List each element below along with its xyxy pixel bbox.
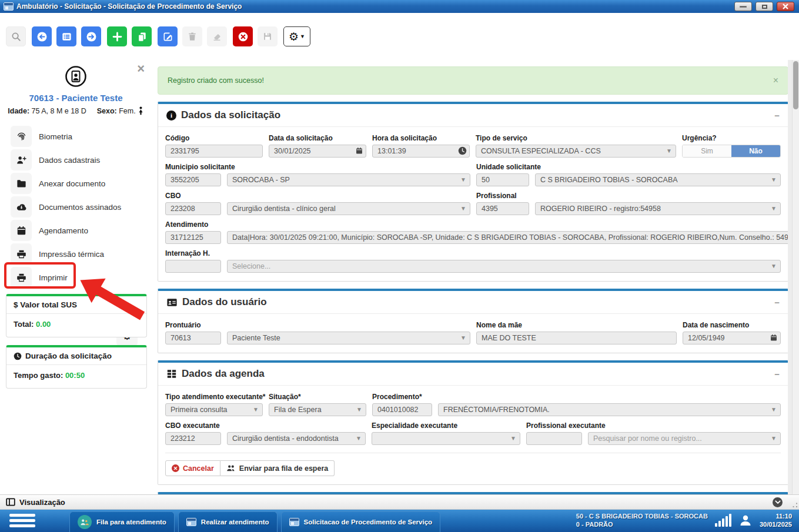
task-realizar-atendimento[interactable]: Realizar atendimento [178, 511, 278, 532]
sidebar-item-label: Documentos assinados [39, 203, 121, 212]
municipio-cod-input[interactable] [165, 173, 221, 186]
situacao-select[interactable]: Fila de Espera▼ [269, 403, 366, 416]
female-icon [138, 106, 144, 115]
prontuario-cod-input[interactable] [165, 332, 221, 344]
expand-panel-button[interactable] [773, 497, 783, 507]
chevron-down-icon: ▼ [356, 406, 362, 413]
edit-record-button[interactable] [158, 26, 178, 46]
maximize-button[interactable] [755, 2, 773, 11]
panel-title: Dados da agenda [182, 368, 265, 380]
task-label: Solicitacao de Procedimento de Serviço [304, 518, 433, 526]
unit-name: 50 - C S BRIGADEIRO TOBIAS - SOROCAB [576, 512, 708, 520]
previous-record-button[interactable] [32, 26, 52, 46]
codigo-input[interactable] [165, 145, 263, 158]
tipo-atendimento-select[interactable]: Primeira consulta▼ [165, 403, 263, 416]
chevron-down-icon: ▼ [666, 148, 672, 154]
urgencia-sim-option[interactable]: Sim [683, 145, 731, 157]
task-fila-para-atendimento[interactable]: Fila para atendimento [69, 511, 175, 532]
task-label: Realizar atendimento [201, 518, 269, 526]
hora-solicitacao-input[interactable] [372, 145, 470, 158]
patient-name: 70613 - Paciente Teste [0, 93, 152, 103]
delete-record-button[interactable] [182, 26, 202, 46]
search-button[interactable] [6, 26, 26, 46]
valor-total-value: 0.00 [36, 320, 51, 329]
prontuario-label: Prontuário [165, 321, 470, 329]
unidade-select[interactable]: C S BRIGADEIRO TOBIAS - SOROCABA▼ [535, 173, 781, 186]
tipo-servico-select[interactable]: CONSULTA ESPECIALIZADA - CCS▼ [476, 145, 676, 158]
sidebar-item-dados-cadastrais[interactable]: Dados cadastrais [0, 148, 152, 172]
sidebar-item-biometria[interactable]: Biometria [0, 125, 152, 148]
panel-header: Dados do usuário − [158, 291, 788, 314]
cancelar-button[interactable]: ✕ Cancelar [165, 460, 220, 476]
enviar-fila-espera-button[interactable]: Enviar para fila de espera [220, 460, 335, 476]
profissional-executante-label: Profissional executante [526, 421, 781, 430]
unidade-cod-input[interactable] [476, 173, 529, 186]
cbo-executante-select[interactable]: Cirurgião dentista - endodontista▼ [227, 432, 366, 445]
tempo-gasto-value: 00:50 [65, 371, 85, 380]
edit-icon [162, 31, 173, 42]
profissional-select[interactable]: ROGERIO RIBEIRO - registro:54958▼ [535, 202, 781, 215]
save-record-button[interactable] [258, 26, 278, 46]
profissional-executante-select[interactable]: Pesquisar por nome ou registro...▼ [588, 432, 781, 445]
user-icon[interactable] [738, 513, 753, 527]
profissional-cod-input[interactable] [476, 202, 529, 215]
alert-close-icon[interactable]: × [773, 75, 778, 86]
cbo-executante-cod-input[interactable] [165, 432, 221, 445]
copy-record-button[interactable] [132, 26, 152, 46]
calendar-icon [355, 146, 363, 155]
atendimento-cod-input[interactable] [165, 231, 221, 244]
internacao-select[interactable]: Selecione...▼ [227, 260, 781, 273]
signal-bars-icon [715, 514, 731, 527]
cbo-cod-input[interactable] [165, 202, 221, 215]
chevron-down-icon: ▼ [771, 435, 777, 441]
arrow-right-circle-icon [86, 31, 97, 42]
data-solicitacao-input[interactable] [269, 145, 366, 158]
list-records-button[interactable] [56, 26, 76, 46]
next-record-button[interactable] [81, 26, 101, 46]
codigo-label: Código [165, 134, 263, 142]
profissional-executante-cod-input[interactable] [526, 432, 582, 445]
settings-dropdown-button[interactable]: ⚙ ▼ [283, 26, 310, 46]
queue-people-icon [78, 515, 92, 529]
collapse-icon[interactable]: − [774, 298, 780, 307]
close-icon [782, 4, 789, 9]
collapse-icon[interactable]: − [774, 370, 780, 379]
scrollbar-thumb[interactable] [793, 61, 798, 109]
collapse-icon[interactable]: − [774, 111, 780, 120]
patient-sex: Sexo: Fem. [97, 106, 144, 115]
clear-form-button[interactable] [207, 26, 227, 46]
nome-mae-input[interactable] [476, 332, 677, 344]
data-nascimento-input[interactable] [683, 332, 781, 344]
internacao-cod-input[interactable] [165, 260, 221, 273]
procedimento-cod-input[interactable] [372, 403, 432, 416]
tipo-servico-label: Tipo de serviço [476, 134, 676, 142]
municipio-select[interactable]: SOROCABA - SP▼ [227, 173, 470, 186]
cancel-record-button[interactable] [233, 26, 253, 46]
current-unit-info: 50 - C S BRIGADEIRO TOBIAS - SOROCAB 0 -… [576, 512, 708, 528]
minimize-button[interactable] [734, 2, 752, 11]
prontuario-select[interactable]: Paciente Teste▼ [227, 332, 470, 344]
urgencia-nao-option[interactable]: Não [731, 145, 780, 157]
sidebar-item-agendamento[interactable]: Agendamento [0, 219, 152, 242]
sidebar-item-anexar-documento[interactable]: Anexar documento [0, 172, 152, 195]
chevron-down-icon: ▼ [460, 176, 466, 183]
chevron-down-icon: ▼ [253, 406, 259, 413]
atendimento-select[interactable]: Data|Hora: 30/01/2025 09:21:00, Municípi… [227, 231, 788, 244]
unidade-label: Unidade solicitante [476, 163, 781, 171]
visualizacao-bar[interactable]: Visualização [0, 494, 799, 510]
menu-hamburger-button[interactable] [9, 514, 35, 527]
add-record-button[interactable] [107, 26, 127, 46]
eraser-icon [212, 31, 222, 42]
task-solicitacao-procedimento[interactable]: Solicitacao de Procedimento de Serviço [281, 511, 441, 532]
especialidade-select[interactable]: ▼ [372, 432, 520, 445]
procedimento-select[interactable]: FRENÉCTOMIA/FRENOTOMIA.▼ [438, 403, 781, 416]
vertical-scrollbar[interactable] [792, 60, 799, 494]
sidebar-item-documentos-assinados[interactable]: Documentos assinados [0, 195, 152, 219]
resize-grip[interactable] [793, 503, 798, 508]
duracao-card: Duração da solicitação Tempo gasto: 00:5… [6, 345, 147, 389]
sidebar-close-icon[interactable]: × [137, 62, 145, 75]
taskbar-status-area: 50 - C S BRIGADEIRO TOBIAS - SOROCAB 0 -… [576, 512, 792, 528]
cbo-select[interactable]: Cirurgião dentista - clínico geral▼ [227, 202, 470, 215]
agenda-buttons: ✕ Cancelar Enviar para fila de espera [165, 453, 781, 476]
close-button[interactable] [777, 2, 794, 11]
